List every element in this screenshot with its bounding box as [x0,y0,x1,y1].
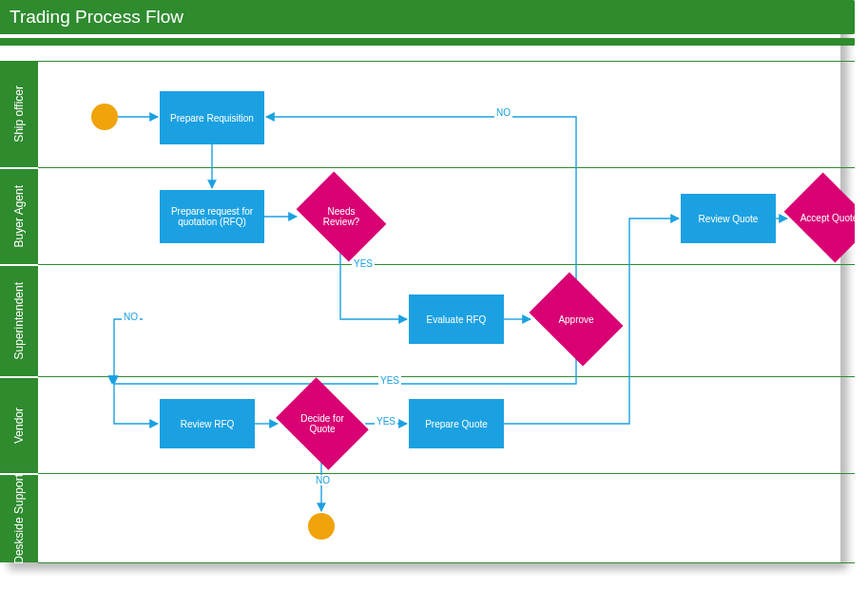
node-prepare-rfq: Prepare request for quotation (RFQ) [160,190,264,243]
start-node [91,104,118,130]
decision-decide-quote: Decide for Quote [285,395,359,452]
edge-label-no: NO [494,107,512,118]
edge-label-no: NO [122,312,140,322]
edge-label-no: NO [314,475,332,485]
node-review-quote: Review Quote [681,194,776,243]
node-evaluate-rfq: Evaluate RFQ [409,294,504,344]
end-node [308,513,335,540]
edge-label-yes: YES [375,416,397,427]
node-prepare-quote: Prepare Quote [409,399,504,448]
node-review-rfq: Review RFQ [160,399,255,448]
edge-label-yes: YES [352,258,375,269]
edge-label-yes: YES [378,375,401,386]
node-prepare-requisition: Prepare Requisition [160,91,264,144]
decision-approve: Approve [538,291,614,348]
decision-needs-review: Needs Review? [304,190,378,243]
